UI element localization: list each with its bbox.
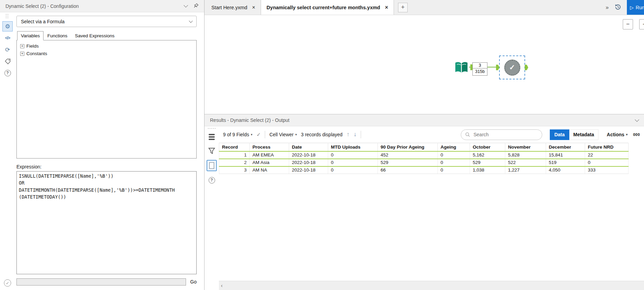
data-cell[interactable]: 519 <box>546 159 585 166</box>
data-cell[interactable]: AM EMEA <box>250 151 289 159</box>
tab-start-here[interactable]: Start Here.yxmd × <box>206 0 261 15</box>
data-cell[interactable]: 452 <box>378 151 438 159</box>
connections-stack-icon[interactable] <box>207 132 217 142</box>
data-cell[interactable]: 0 <box>328 166 378 174</box>
results-toolbar: 9 of 9 Fields ▾ ✓ Cell Viewer ▾ 3 record… <box>219 126 644 143</box>
data-cell[interactable]: 2022-10-18 <box>289 166 328 174</box>
column-header-process[interactable]: Process <box>250 143 289 151</box>
panel-grip-icon[interactable] <box>208 128 215 129</box>
tree-item-constants[interactable]: + Constants <box>20 51 193 56</box>
data-cell[interactable]: 529 <box>470 159 505 166</box>
fields-dropdown[interactable]: 9 of 9 Fields ▾ <box>223 132 252 137</box>
data-cell[interactable]: 15,841 <box>546 151 585 159</box>
data-cell[interactable]: 0 <box>328 159 378 166</box>
input-anchor[interactable] <box>496 65 499 71</box>
data-cell[interactable]: AM NA <box>250 166 289 174</box>
scroll-down-arrow-icon[interactable]: ↓ <box>354 131 357 138</box>
tree-item-label[interactable]: Constants <box>26 51 47 56</box>
version-history-icon[interactable] <box>614 3 621 12</box>
scroll-left-chevron-icon[interactable]: ‹ <box>221 283 223 288</box>
data-cell[interactable]: 333 <box>585 166 629 174</box>
expression-editor[interactable]: ISNULL(DATETIMEPARSE([Name],'%B')) OR DA… <box>16 171 197 274</box>
connection-annotation[interactable]: 3 315b <box>472 62 487 76</box>
apply-check-icon[interactable]: ✓ <box>4 279 11 287</box>
tab-variables[interactable]: Variables <box>17 31 44 40</box>
cell-viewer-dropdown[interactable]: Cell Viewer ▾ <box>269 132 297 137</box>
column-header-november[interactable]: November <box>505 143 546 151</box>
column-header-90-day-prior-ageing[interactable]: 90 Day Prior Ageing <box>378 143 438 151</box>
data-cell[interactable]: 22 <box>585 151 629 159</box>
go-button[interactable]: Go <box>190 279 197 285</box>
data-view-button[interactable]: Data <box>550 129 569 140</box>
record-cell[interactable]: 1 <box>219 151 250 159</box>
results-search-box[interactable] <box>461 129 542 140</box>
data-cell[interactable]: 4,050 <box>546 166 585 174</box>
output-anchor[interactable] <box>525 65 528 71</box>
data-cell[interactable]: 0 <box>328 151 378 159</box>
collapse-results-icon[interactable] <box>635 117 639 122</box>
horizontal-scrollbar[interactable]: ‹ <box>219 281 644 290</box>
search-input[interactable] <box>473 131 538 138</box>
data-cell[interactable]: 1,038 <box>470 166 505 174</box>
pin-icon[interactable] <box>194 3 199 9</box>
workflow-canvas[interactable]: − + 3 315b ✓ <box>205 15 644 114</box>
toolbar-divider <box>361 131 361 138</box>
close-icon[interactable]: × <box>252 5 255 10</box>
column-header-date[interactable]: Date <box>289 143 328 151</box>
input-data-tool[interactable] <box>454 60 471 77</box>
tree-item-fields[interactable]: + Fields <box>20 43 193 49</box>
record-cell[interactable]: 2 <box>219 159 250 166</box>
column-header-record[interactable]: Record <box>219 143 250 151</box>
tab-functions[interactable]: Functions <box>44 31 71 40</box>
data-cell[interactable]: 529 <box>378 159 438 166</box>
workspace-column: Start Here.yxmd × Dynamically select cur… <box>205 0 644 290</box>
tab-dynamically-select[interactable]: Dynamically select current+future months… <box>261 0 394 15</box>
data-cell[interactable]: 5,828 <box>505 151 546 159</box>
expand-icon[interactable]: + <box>20 44 24 48</box>
column-header-ageing[interactable]: Ageing <box>438 143 470 151</box>
data-cell[interactable]: 2022-10-18 <box>289 151 328 159</box>
data-cell[interactable]: 0 <box>438 151 470 159</box>
actions-dropdown[interactable]: Actions ▾ <box>607 132 628 137</box>
refresh-icon[interactable]: ⟳ <box>2 45 13 55</box>
tree-item-label[interactable]: Fields <box>26 43 39 49</box>
profile-funnel-icon[interactable] <box>207 146 217 156</box>
zoom-in-button[interactable]: + <box>639 19 644 29</box>
data-cell[interactable]: 0 <box>438 166 470 174</box>
collapse-panel-icon[interactable] <box>184 3 188 8</box>
tag-icon[interactable] <box>2 56 13 66</box>
code-view-icon[interactable]: </> <box>2 33 13 43</box>
expand-icon[interactable]: + <box>20 52 24 56</box>
metadata-view-button[interactable]: Metadata <box>569 129 599 140</box>
data-cell[interactable]: 0 <box>585 159 629 166</box>
tab-overflow-chevrons-icon[interactable]: » <box>606 4 609 11</box>
data-cell[interactable]: 0 <box>438 159 470 166</box>
scroll-up-arrow-icon[interactable]: ↑ <box>347 131 350 138</box>
panel-grip-icon[interactable] <box>6 14 9 19</box>
select-mode-dropdown[interactable]: Select via a Formula <box>16 16 197 27</box>
run-workflow-button[interactable]: ▷ Run <box>627 0 644 15</box>
column-header-mtd-uploads[interactable]: MTD Uploads <box>328 143 378 151</box>
data-cell[interactable]: 5,162 <box>470 151 505 159</box>
zoom-out-button[interactable]: − <box>623 19 633 29</box>
expression-search-input[interactable] <box>16 278 186 286</box>
help-icon[interactable]: ? <box>2 68 13 78</box>
apply-fields-check-icon[interactable]: ✓ <box>257 131 261 138</box>
results-help-icon[interactable]: ? <box>207 175 217 185</box>
tab-saved-expressions[interactable]: Saved Expressions <box>71 31 119 40</box>
record-cell[interactable]: 3 <box>219 166 250 174</box>
data-view-icon-selected[interactable] <box>207 160 217 171</box>
data-cell[interactable]: 522 <box>505 159 546 166</box>
column-header-december[interactable]: December <box>546 143 585 151</box>
data-cell[interactable]: 1,227 <box>505 166 546 174</box>
column-header-future-nrd[interactable]: Future NRD <box>585 143 629 151</box>
column-header-october[interactable]: October <box>470 143 505 151</box>
close-icon[interactable]: × <box>385 5 388 10</box>
configuration-gear-icon[interactable]: ⚙ <box>2 21 13 31</box>
data-cell[interactable]: 66 <box>378 166 438 174</box>
dynamic-select-tool-selected[interactable]: ✓ <box>499 55 525 79</box>
data-cell[interactable]: 2022-10-18 <box>289 159 328 166</box>
data-cell[interactable]: AM Asia <box>250 159 289 166</box>
new-tab-button[interactable]: + <box>398 3 408 12</box>
configuration-panel: Dynamic Select (2) - Configuration ⚙ </>… <box>0 0 205 290</box>
